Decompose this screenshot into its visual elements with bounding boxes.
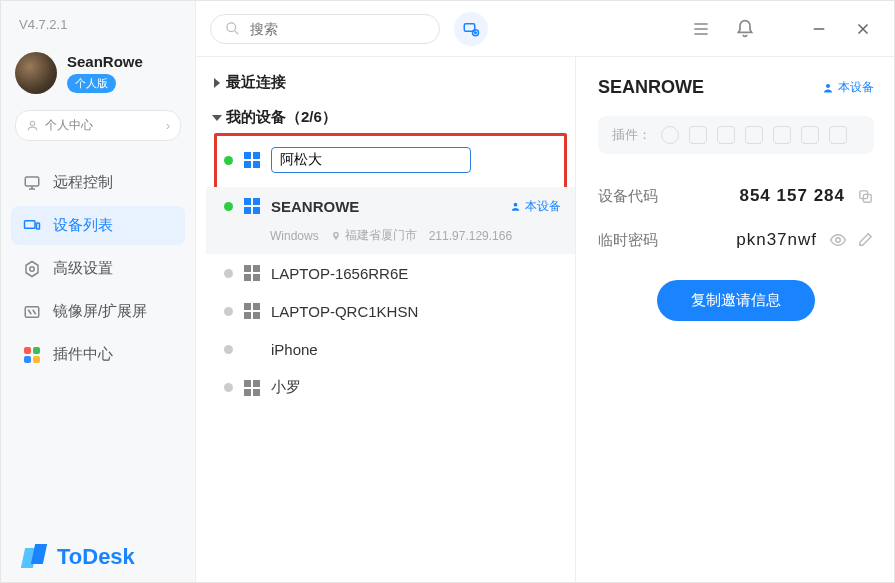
detail-panel: SEANROWE 本设备 插件： 设备代码 854 157 284 [576,57,894,582]
svg-rect-1 [25,177,39,186]
windows-icon [243,151,261,169]
personal-center-button[interactable]: 个人中心 › [15,110,181,141]
svg-rect-2 [25,220,36,228]
device-subinfo: Windows 福建省厦门市 211.97.129.166 [206,225,575,254]
group-recent[interactable]: 最近连接 [196,63,575,98]
device-item-selected[interactable]: SEANROWE 本设备 [206,187,575,225]
nav-label: 远程控制 [53,173,113,192]
chevron-down-icon [212,115,222,121]
device-name: 小罗 [271,378,301,397]
device-item-editing[interactable] [206,133,575,187]
windows-icon [243,302,261,320]
nav-label: 设备列表 [53,216,113,235]
device-item[interactable]: LAPTOP-1656RR6E [206,254,575,292]
device-ip: 211.97.129.166 [429,229,512,243]
nav-label: 插件中心 [53,345,113,364]
device-item[interactable]: iPhone [206,330,575,368]
device-name: SEANROWE [271,198,359,215]
gear-icon [23,260,41,278]
plugin-icon [23,346,41,364]
nav: 远程控制 设备列表 高级设置 镜像屏/扩展屏 [1,155,195,382]
this-device-badge: 本设备 [510,198,561,215]
search-box[interactable] [210,14,440,44]
nav-mirror-screen[interactable]: 镜像屏/扩展屏 [11,292,185,331]
device-rename-input[interactable] [271,147,471,173]
eye-icon[interactable] [829,231,847,249]
status-offline-icon [224,307,233,316]
plan-badge: 个人版 [67,74,116,93]
temp-password-label: 临时密码 [598,231,658,250]
group-label: 我的设备（2/6） [226,108,337,127]
copy-invite-button[interactable]: 复制邀请信息 [657,280,815,321]
svg-point-5 [30,266,35,271]
avatar [15,52,57,94]
plugin-slot-icon [773,126,791,144]
svg-rect-3 [37,223,40,229]
nav-device-list[interactable]: 设备列表 [11,206,185,245]
device-list-panel: 最近连接 我的设备（2/6） SEANROWE [196,57,576,582]
logo-mark-icon [23,544,49,570]
add-device-button[interactable] [454,12,488,46]
windows-icon [243,379,261,397]
content: 最近连接 我的设备（2/6） SEANROWE [196,57,894,582]
status-online-icon [224,156,233,165]
brand-logo: ToDesk [1,544,195,582]
status-offline-icon [224,383,233,392]
apple-icon [243,340,261,358]
group-label: 最近连接 [226,73,286,92]
monitor-icon [23,174,41,192]
topbar [196,1,894,57]
mirror-icon [23,303,41,321]
brand-name: ToDesk [57,544,135,570]
profile[interactable]: SeanRowe 个人版 [1,42,195,102]
search-input[interactable] [250,21,425,37]
personal-center-label: 个人中心 [45,117,93,134]
plugin-slot-icon [801,126,819,144]
device-items: SEANROWE 本设备 Windows 福建省厦门市 211.97.129.1… [196,133,575,407]
plugin-slot-icon [717,126,735,144]
location-icon [331,230,341,242]
device-code-value: 854 157 284 [739,186,845,206]
nav-remote-control[interactable]: 远程控制 [11,163,185,202]
device-item[interactable]: LAPTOP-QRC1KHSN [206,292,575,330]
status-offline-icon [224,345,233,354]
detail-title: SEANROWE [598,77,704,98]
edit-icon[interactable] [857,231,874,249]
windows-icon [243,197,261,215]
search-icon [225,21,240,36]
nav-advanced-settings[interactable]: 高级设置 [11,249,185,288]
main: 最近连接 我的设备（2/6） SEANROWE [196,1,894,582]
plugin-slot-icon [829,126,847,144]
plugins-label: 插件： [612,126,651,144]
this-device-badge: 本设备 [822,79,874,96]
user-icon [26,119,39,132]
svg-point-10 [514,202,518,206]
device-location: 福建省厦门市 [345,227,417,244]
notifications-button[interactable] [728,12,762,46]
device-code-label: 设备代码 [598,187,658,206]
plugins-row[interactable]: 插件： [598,116,874,154]
copy-icon[interactable] [857,188,874,205]
plugin-slot-icon [745,126,763,144]
app-version: V4.7.2.1 [1,1,195,42]
temp-password-row: 临时密码 pkn37nwf [598,218,874,262]
nav-label: 镜像屏/扩展屏 [53,302,147,321]
devices-icon [23,217,41,235]
plugin-slot-icon [661,126,679,144]
profile-name: SeanRowe [67,53,143,70]
close-button[interactable] [846,12,880,46]
status-offline-icon [224,269,233,278]
svg-point-0 [30,121,34,125]
nav-plugin-center[interactable]: 插件中心 [11,335,185,374]
group-my-devices[interactable]: 我的设备（2/6） [196,98,575,133]
svg-marker-4 [26,261,38,276]
os-label: Windows [270,229,319,243]
chevron-right-icon [214,78,220,88]
plugin-slot-icon [689,126,707,144]
svg-point-11 [826,84,830,88]
temp-password-value: pkn37nwf [736,230,817,250]
device-item[interactable]: 小罗 [206,368,575,407]
menu-button[interactable] [684,12,718,46]
minimize-button[interactable] [802,12,836,46]
svg-rect-6 [25,306,39,317]
